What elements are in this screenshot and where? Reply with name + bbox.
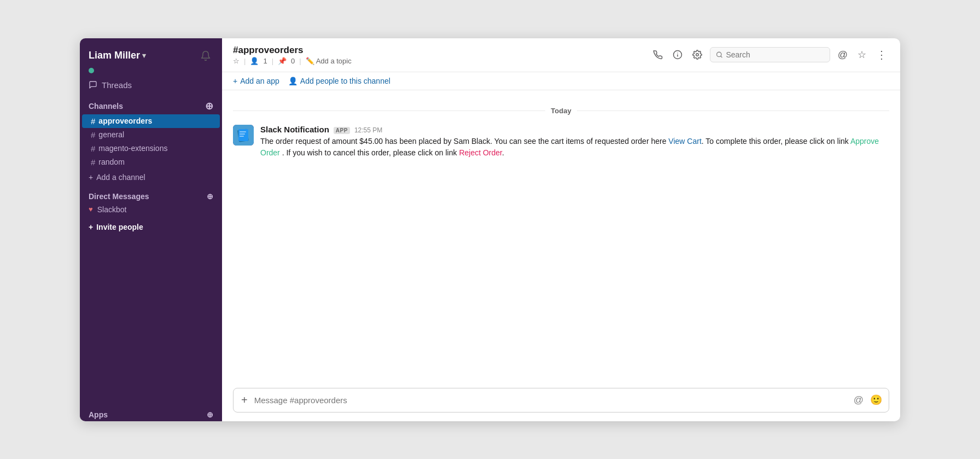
add-topic-label: Add a topic (316, 57, 352, 65)
svg-rect-8 (238, 129, 248, 141)
member-count: 1 (263, 57, 267, 65)
add-channel-button[interactable]: + Add a channel (80, 170, 222, 184)
channel-name-magento-extensions: magento-extensions (98, 144, 167, 153)
sidebar-item-threads[interactable]: Threads (80, 78, 222, 92)
message-time: 12:55 PM (354, 126, 382, 134)
svg-point-3 (696, 54, 698, 56)
hash-icon: # (91, 144, 95, 153)
hash-icon: # (91, 158, 95, 167)
sidebar-header: Liam Miller ▾ (80, 38, 222, 67)
apps-label: Apps (89, 410, 108, 419)
reject-order-link[interactable]: Reject Order (459, 148, 502, 157)
channel-item-general[interactable]: # general (82, 128, 220, 142)
channel-header-left: #approveorders ☆ | 👤 1 | 📌 0 | ✏️ Add a … (233, 45, 352, 65)
add-people-button[interactable]: 👤 Add people to this channel (288, 77, 390, 85)
channels-label: Channels (89, 102, 123, 111)
svg-rect-10 (240, 133, 245, 135)
threads-icon (89, 80, 97, 89)
bell-button[interactable] (198, 48, 213, 63)
mention-button[interactable]: @ (853, 393, 865, 407)
channel-name-random: random (98, 158, 124, 166)
info-icon (673, 50, 682, 60)
channel-item-approveorders[interactable]: # approveorders (82, 114, 220, 128)
app-badge: APP (334, 127, 350, 134)
star-icon: ☆ (858, 49, 866, 61)
messages-area: Today Slack Not (222, 90, 900, 382)
emoji-icon: 🙂 (870, 394, 882, 405)
meta-separator-1: | (244, 57, 246, 65)
message-input-area: + @ 🙂 (222, 382, 900, 421)
star-button[interactable]: ☆ (855, 47, 868, 63)
message-input[interactable] (254, 389, 848, 411)
at-button[interactable]: @ (836, 47, 850, 63)
message-row: Slack Notification APP 12:55 PM The orde… (233, 125, 889, 159)
message-sender: Slack Notification (260, 125, 329, 134)
channel-name-title: #approveorders (233, 45, 304, 56)
dm-item-slackbot[interactable]: ♥ Slackbot (80, 203, 222, 216)
slackbot-heart-icon: ♥ (89, 205, 93, 213)
invite-people-label: Invite people (96, 223, 143, 231)
svg-rect-9 (240, 131, 246, 132)
message-avatar (233, 125, 254, 146)
add-app-plus: + (233, 77, 237, 85)
channel-actions-bar: + Add an app 👤 Add people to this channe… (222, 72, 900, 90)
pin-icon: 📌 (278, 57, 287, 65)
invite-plus-icon: + (89, 223, 93, 231)
workspace-name-label: Liam Miller (89, 50, 140, 61)
channel-name-approveorders: approveorders (98, 117, 152, 125)
meta-separator-3: | (299, 57, 301, 65)
main-content: #approveorders ☆ | 👤 1 | 📌 0 | ✏️ Add a … (222, 38, 900, 421)
hash-icon: # (91, 117, 95, 126)
more-button[interactable]: ⋮ (874, 46, 889, 63)
channel-meta: ☆ | 👤 1 | 📌 0 | ✏️ Add a topic (233, 57, 352, 65)
settings-button[interactable] (690, 48, 704, 62)
gear-icon (692, 50, 702, 60)
search-input[interactable] (726, 50, 824, 59)
apps-section: Apps ⊕ (80, 404, 222, 421)
date-line-left (233, 111, 545, 111)
dm-section-header: Direct Messages ⊕ (80, 184, 222, 203)
channel-item-magento-extensions[interactable]: # magento-extensions (82, 142, 220, 155)
more-icon: ⋮ (876, 48, 887, 61)
online-status-dot (89, 68, 94, 73)
channel-header: #approveorders ☆ | 👤 1 | 📌 0 | ✏️ Add a … (222, 38, 900, 72)
phone-button[interactable] (651, 48, 665, 62)
phone-icon (653, 50, 663, 60)
channel-item-random[interactable]: # random (82, 155, 220, 169)
add-people-icon: 👤 (288, 77, 298, 85)
add-app-label: Add an app (240, 77, 279, 85)
view-cart-link[interactable]: View Cart (668, 137, 701, 146)
workspace-name[interactable]: Liam Miller ▾ (89, 50, 146, 61)
message-input-icons: @ 🙂 (853, 393, 883, 407)
svg-rect-11 (240, 136, 244, 137)
pin-count: 0 (291, 57, 295, 65)
add-channel-icon[interactable]: ⊕ (205, 100, 213, 112)
add-app-button[interactable]: + Add an app (233, 77, 279, 85)
message-body: Slack Notification APP 12:55 PM The orde… (260, 125, 889, 159)
add-channel-plus: + (89, 173, 93, 182)
message-text: The order request of amount $45.00 has b… (260, 136, 889, 159)
invite-people-button[interactable]: + Invite people (80, 218, 222, 236)
message-plus-button[interactable]: + (239, 388, 250, 412)
sidebar: Liam Miller ▾ Threads Channels ⊕ # appr (80, 38, 222, 421)
star-channel-icon[interactable]: ☆ (233, 57, 240, 65)
channel-title: #approveorders (233, 45, 352, 56)
threads-label: Threads (102, 80, 132, 90)
add-channel-label: Add a channel (96, 173, 145, 182)
add-apps-icon[interactable]: ⊕ (207, 410, 213, 419)
add-topic-button[interactable]: ✏️ Add a topic (306, 57, 352, 65)
member-icon: 👤 (250, 57, 259, 65)
date-line-right (577, 111, 889, 111)
at-icon: @ (838, 49, 848, 61)
search-bar[interactable] (710, 47, 830, 62)
svg-line-5 (721, 56, 722, 57)
add-dm-icon[interactable]: ⊕ (207, 192, 213, 201)
mention-icon: @ (854, 394, 864, 405)
info-button[interactable] (670, 48, 685, 62)
meta-separator-2: | (272, 57, 273, 65)
message-header: Slack Notification APP 12:55 PM (260, 125, 889, 134)
date-label: Today (551, 107, 571, 115)
pencil-icon: ✏️ (306, 57, 314, 65)
approve-order-link[interactable]: Approve Order (260, 137, 879, 157)
emoji-button[interactable]: 🙂 (869, 393, 883, 407)
